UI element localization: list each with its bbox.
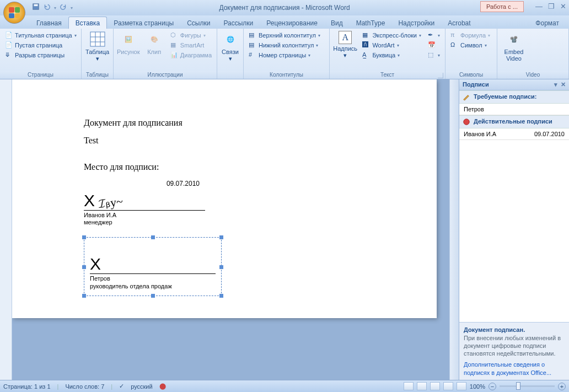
resize-handle[interactable] [151,294,155,298]
sig-help-link[interactable]: Дополнительные сведения о подписях в док… [464,361,551,375]
status-words[interactable]: Число слов: 7 [65,383,104,390]
group-symbols: Символы [445,71,497,79]
view-print-layout[interactable] [404,382,414,390]
table-button[interactable]: Таблица▾ [85,31,110,62]
pane-close-icon[interactable]: ✕ [561,81,566,88]
svg-point-7 [464,119,470,125]
sig2-x: X [90,255,101,273]
page-break-button[interactable]: ⤋Разрыв страницы [3,51,78,60]
valid-item-date: 09.07.2010 [534,131,565,137]
view-web[interactable] [430,382,440,390]
dropcap-label: Буквица [372,52,395,58]
resize-handle[interactable] [151,235,155,239]
equation-button[interactable]: πФормула▾ [449,31,492,40]
status-page[interactable]: Страница: 1 из 1 [3,383,51,390]
office-button[interactable] [3,2,25,24]
restore-button[interactable]: ❐ [548,2,555,10]
tab-layout[interactable]: Разметка страницы [107,17,180,29]
required-sig-item[interactable]: Петров [459,104,569,115]
tab-view[interactable]: Вид [324,17,350,29]
resize-handle[interactable] [82,294,86,298]
vertical-ruler[interactable] [0,79,12,380]
embed-video-label: Embed Video [501,49,527,62]
chart-label: Диаграмма [180,52,212,58]
svg-rect-2 [90,32,105,46]
contextual-tab[interactable]: Работа с ... [480,1,524,12]
vertical-scrollbar[interactable] [449,79,459,380]
status-language[interactable]: русский [131,383,152,390]
links-button[interactable]: 🌐Связи▾ [221,31,240,62]
clipart-button[interactable]: 🎨Клип [143,31,165,55]
smartart-label: SmartArt [180,42,204,49]
pane-menu-icon[interactable]: ▾ [554,81,557,88]
doc-text[interactable]: Test [84,136,365,146]
tab-acrobat[interactable]: Acrobat [441,17,477,29]
dropcap-button[interactable]: A̲Буквица▾ [361,51,423,60]
tab-review[interactable]: Рецензирование [260,17,324,29]
zoom-thumb[interactable] [516,382,520,390]
doc-sig-prompt[interactable]: Место для подписи: [84,162,365,172]
smartart-button[interactable]: ▦SmartArt [169,41,213,50]
doc-heading[interactable]: Документ для подписания [84,118,365,128]
status-record-icon[interactable]: ⬤ [159,383,166,390]
document-area[interactable]: Документ для подписания Test Место для п… [12,79,449,380]
minimize-button[interactable]: — [535,2,543,10]
sigline-button[interactable]: ✒▾ [426,31,442,40]
group-links [217,71,243,79]
resize-handle[interactable] [219,265,223,269]
wordart-button[interactable]: 🅰WordArt▾ [361,41,423,50]
blank-page-button[interactable]: 📄Пустая страница [3,41,78,50]
sig2-name: Петров [90,275,216,282]
shapes-button[interactable]: ⬡Фигуры▾ [169,31,213,40]
tab-insert[interactable]: Вставка [68,17,108,29]
page[interactable]: Документ для подписания Test Место для п… [12,79,437,318]
signature-block-2-selected[interactable]: X Петров руководитель отдела продаж [84,237,222,296]
page-number-button[interactable]: #Номер страницы▾ [247,51,322,60]
resize-handle[interactable] [82,265,86,269]
valid-sig-item[interactable]: Иванов И.А 09.07.2010 [459,128,569,140]
equation-label: Формула [460,32,486,39]
tab-references[interactable]: Ссылки [180,17,217,29]
zoom-out-button[interactable]: − [489,383,496,390]
footer-button[interactable]: ▤Нижний колонтитул▾ [247,41,322,50]
zoom-level[interactable]: 100% [470,383,485,390]
resize-handle[interactable] [219,235,223,239]
pane-empty-area [459,140,569,322]
cover-page-button[interactable]: 📄Титульная страница▾ [3,31,78,40]
text-dialog-launcher[interactable] [438,73,443,78]
picture-button[interactable]: 🖼️Рисунок [117,31,140,55]
symbol-label: Символ [460,42,482,49]
sig1-signature-icon: 𝓘ᵦу~ [98,195,124,212]
textbox-label: Надпись [333,45,357,52]
tab-home[interactable]: Главная [30,17,68,29]
view-fullscreen[interactable] [417,382,427,390]
tab-addins[interactable]: Надстройки [391,17,441,29]
status-proofing-icon[interactable]: ✓ [119,383,124,390]
group-text: Текст [330,71,445,79]
symbol-button[interactable]: ΩСимвол▾ [449,41,492,50]
datetime-button[interactable]: 📅 [426,41,442,50]
view-draft[interactable] [457,382,466,390]
signature-block-1[interactable]: 09.07.2010 X 𝓘ᵦу~ Иванов И.А менеджер [84,180,205,226]
shapes-label: Фигуры [180,32,201,39]
resize-handle[interactable] [219,294,223,298]
zoom-slider[interactable] [500,385,555,387]
wordart-label: WordArt [372,42,394,49]
embed-video-button[interactable]: 📽️Embed Video [501,31,527,62]
resize-handle[interactable] [82,235,86,239]
ribbon-tabs: Главная Вставка Разметка страницы Ссылки… [0,15,569,29]
tab-mathtype[interactable]: MathType [350,17,392,29]
footer-label: Нижний колонтитул [259,42,314,49]
object-button[interactable]: ⬚▾ [426,51,442,60]
close-button[interactable]: ✕ [560,2,566,10]
quickparts-button[interactable]: ▦Экспресс-блоки▾ [361,31,423,40]
chart-button[interactable]: 📊Диаграмма [169,51,213,60]
view-outline[interactable] [443,382,453,390]
textbox-button[interactable]: AНадпись▾ [333,31,357,58]
zoom-in-button[interactable]: + [558,383,566,390]
tab-mailings[interactable]: Рассылки [217,17,260,29]
header-button[interactable]: ▤Верхний колонтитул▾ [247,31,322,40]
sig2-role: руководитель отдела продаж [90,283,216,290]
tab-format[interactable]: Формат [529,17,566,29]
table-label: Таблица [85,49,109,55]
